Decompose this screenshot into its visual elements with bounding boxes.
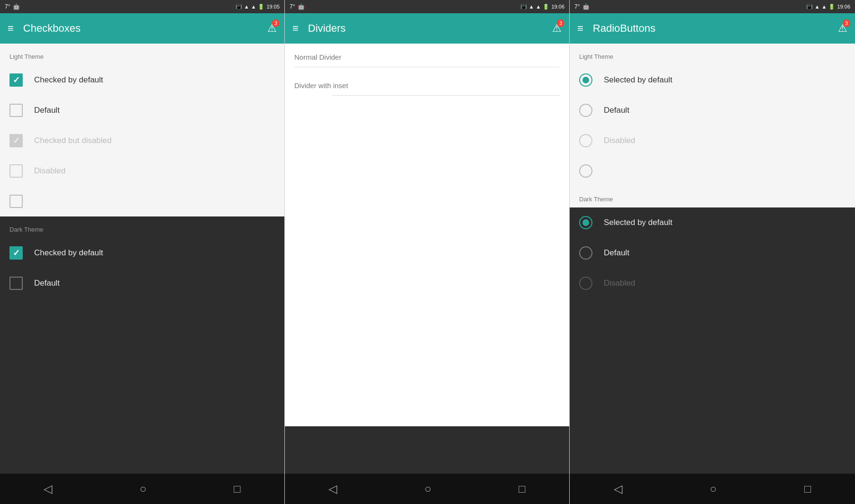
checkboxes-panel: 7° 🤖 📳 ▲ ▲ 🔋 19:05 ≡ Checkboxes ⚠ 3 Ligh… [0, 0, 285, 504]
signal-icon-dividers: ▲ [536, 4, 541, 9]
checkbox-label-disabled: Disabled [34, 166, 65, 176]
normal-divider-label: Normal Divider [294, 53, 560, 61]
recent-button-checkboxes[interactable]: □ [234, 482, 241, 495]
radiobuttons-panel: 7° 🤖 📳 ▲ ▲ 🔋 19:06 ≡ RadioButtons ⚠ 3 Li… [570, 0, 855, 504]
hamburger-icon-radio[interactable]: ≡ [577, 22, 583, 35]
badge-count-radio: 3 [843, 19, 850, 27]
android-icon-checkboxes: 🤖 [13, 3, 20, 10]
android-icon-radio: 🤖 [582, 3, 590, 10]
app-title-radio: RadioButtons [593, 22, 828, 35]
dark-radio-item-selected[interactable]: Selected by default [570, 207, 855, 238]
checkbox-checked[interactable]: ✓ [9, 73, 23, 87]
dark-section-checkboxes: Dark Theme ✓ Checked by default Default [0, 216, 284, 474]
inset-divider-line [332, 95, 560, 96]
wifi-signal-icon: ▲ [244, 4, 249, 9]
wifi-icon-dividers: ▲ [529, 4, 534, 9]
dark-radio-inner-selected [582, 219, 589, 226]
signal-icon-radio: ▲ [822, 4, 827, 9]
radio-selected[interactable] [579, 73, 592, 87]
radio-item-default[interactable]: Default [570, 95, 855, 126]
dark-theme-label-checkboxes: Dark Theme [0, 216, 284, 238]
signal-bars-icon: ▲ [251, 4, 256, 9]
status-temp-dividers: 7° [290, 3, 295, 10]
dark-radio-label-selected: Selected by default [604, 218, 673, 227]
checkbox-label-checked-disabled: Checked but disabled [34, 136, 112, 145]
status-bar-checkboxes: 7° 🤖 📳 ▲ ▲ 🔋 19:05 [0, 0, 284, 13]
checkbox-item-empty[interactable] [0, 186, 284, 216]
recent-button-dividers[interactable]: □ [518, 482, 526, 495]
radio-default[interactable] [579, 104, 592, 117]
dark-checkbox-checked[interactable]: ✓ [9, 246, 23, 260]
checkbox-item-default[interactable]: Default [0, 95, 284, 126]
radio-item-selected[interactable]: Selected by default [570, 65, 855, 95]
dark-checkbox-default[interactable] [9, 277, 23, 290]
light-theme-label-checkboxes: Light Theme [0, 44, 284, 65]
light-section-radio: Light Theme Selected by default Default … [570, 44, 855, 207]
inset-divider-section: Divider with inset [285, 72, 569, 100]
checkbox-disabled [9, 164, 23, 178]
radio-item-disabled: Disabled [570, 126, 855, 156]
battery-icon-checkboxes: 🔋 [258, 4, 264, 10]
home-button-checkboxes[interactable]: ○ [139, 482, 146, 495]
home-button-radio[interactable]: ○ [710, 482, 717, 495]
back-button-dividers[interactable]: ◁ [328, 482, 337, 495]
vibrate-icon: 📳 [236, 4, 242, 10]
checkbox-item-checked-disabled: ✓ Checked but disabled [0, 126, 284, 156]
dark-checkbox-label-default: Default [34, 279, 60, 288]
alert-badge-checkboxes[interactable]: ⚠ 3 [267, 22, 277, 35]
badge-count-checkboxes: 3 [272, 19, 280, 27]
dark-bottom-dividers [285, 426, 569, 474]
dark-checkbox-item-default[interactable]: Default [0, 268, 284, 298]
status-bar-dividers: 7° 🤖 📳 ▲ ▲ 🔋 19:06 [285, 0, 569, 13]
app-bar-radio: ≡ RadioButtons ⚠ 3 [570, 13, 855, 44]
alert-badge-radio[interactable]: ⚠ 3 [838, 22, 847, 35]
radio-disabled [579, 134, 592, 147]
light-section-checkboxes: Light Theme ✓ Checked by default Default… [0, 44, 284, 216]
light-theme-label-radio: Light Theme [570, 44, 855, 65]
checkbox-label-default: Default [34, 106, 60, 115]
badge-count-dividers: 3 [557, 19, 564, 27]
hamburger-icon-dividers[interactable]: ≡ [292, 22, 299, 35]
dark-radio-label-default: Default [604, 248, 629, 258]
hamburger-icon-checkboxes[interactable]: ≡ [8, 22, 14, 35]
dark-radio-disabled [579, 277, 592, 290]
dark-checkbox-item-checked[interactable]: ✓ Checked by default [0, 238, 284, 268]
dark-section-radio: Selected by default Default Disabled [570, 207, 855, 474]
dark-radio-selected[interactable] [579, 216, 592, 229]
battery-icon-dividers: 🔋 [543, 4, 549, 10]
status-temp-checkboxes: 7° [5, 3, 10, 10]
checkbox-checked-disabled: ✓ [9, 134, 23, 147]
radio-inner-selected [582, 77, 589, 83]
time-dividers: 19:06 [551, 4, 564, 9]
checkbox-label-checked: Checked by default [34, 75, 103, 85]
checkmark-icon: ✓ [13, 76, 20, 84]
radio-item-empty[interactable] [570, 156, 855, 186]
normal-divider-section: Normal Divider [285, 44, 569, 72]
checkbox-empty[interactable] [9, 195, 23, 208]
radio-empty[interactable] [579, 164, 592, 178]
wifi-icon-radio: ▲ [815, 4, 820, 9]
normal-divider-line [294, 67, 560, 67]
dark-checkbox-label-checked: Checked by default [34, 248, 103, 258]
android-icon-dividers: 🤖 [298, 3, 305, 10]
time-radio: 19:06 [837, 4, 850, 9]
checkbox-default[interactable] [9, 104, 23, 117]
back-button-radio[interactable]: ◁ [614, 482, 622, 495]
dark-radio-item-default[interactable]: Default [570, 238, 855, 268]
dark-radio-default[interactable] [579, 246, 592, 260]
radio-label-disabled: Disabled [604, 136, 635, 145]
alert-badge-dividers[interactable]: ⚠ 3 [552, 22, 562, 35]
dividers-panel: 7° 🤖 📳 ▲ ▲ 🔋 19:06 ≡ Dividers ⚠ 3 Normal… [285, 0, 570, 504]
recent-button-radio[interactable]: □ [804, 482, 811, 495]
nav-bar-radio: ◁ ○ □ [570, 474, 855, 504]
vibrate-icon-dividers: 📳 [520, 4, 527, 10]
checkbox-item-checked[interactable]: ✓ Checked by default [0, 65, 284, 95]
status-temp-radio: 7° [574, 3, 580, 10]
checkbox-item-disabled: Disabled [0, 156, 284, 186]
radio-label-selected: Selected by default [604, 75, 673, 85]
app-bar-dividers: ≡ Dividers ⚠ 3 [285, 13, 569, 44]
back-button-checkboxes[interactable]: ◁ [44, 482, 52, 495]
home-button-dividers[interactable]: ○ [424, 482, 431, 495]
nav-bar-dividers: ◁ ○ □ [285, 474, 569, 504]
dividers-content: Normal Divider Divider with inset [285, 44, 569, 426]
